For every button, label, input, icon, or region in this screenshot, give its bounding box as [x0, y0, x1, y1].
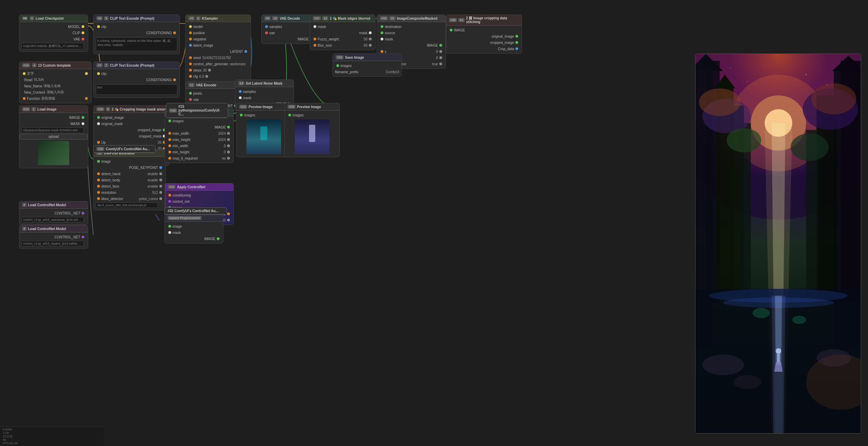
node-body: IMAGE MASK clipspace/clipspace-mask-3194… [19, 113, 88, 168]
output-conditioning-neg: CONDITIONING [94, 77, 179, 83]
node-title: Apply ControlNet [177, 185, 205, 189]
node-controlnet-2-header: 3 Load ControlNet Model [19, 225, 88, 233]
node-body: images IMAGE max_width 1024 max_height 1… [165, 116, 233, 163]
node-id-badge: 0 [30, 16, 34, 20]
preview-thumb-1 [246, 120, 281, 154]
node-comfyui-cn-1-header: #25 ComfyUI's ControlNet Au... [94, 145, 155, 153]
node-inpaint-header: Inpaint Preprocessor [165, 215, 223, 222]
node-body: image POSE_KEYPOINT detect_hand enable d… [94, 157, 166, 210]
svg-point-22 [791, 133, 829, 161]
node-title: Load Image [37, 107, 57, 111]
node-title: 13 Custom template [38, 64, 71, 67]
input-samples: samples [235, 88, 293, 95]
param-detect-face: detect_face enable [94, 183, 166, 189]
input-control-net: control_net [165, 198, 233, 205]
output-crop-data: Crop_data [446, 46, 522, 52]
svg-point-33 [776, 348, 781, 354]
param-steps: steps 30 [186, 67, 251, 73]
clip-positive-text[interactable]: A cyborg, cyberpunk, stands on the blue … [96, 37, 177, 51]
upload-button[interactable]: upload [19, 134, 88, 140]
node-set-latent-header: 14 Set Latent Noise Mask [235, 80, 293, 87]
node-title: Load Checkpoint [36, 17, 64, 20]
input-model: model [186, 23, 251, 30]
node-body: MODEL CLIP VAE majicMIX:realistic 麦橘写实_v… [19, 22, 88, 51]
controlnet-1-path: control_v11p_sd15_openpose_fp16.safetens… [21, 217, 84, 222]
node-crop-stitch-header: #35 21 2 🖼 Image cropping data stitching [446, 15, 522, 26]
param-min-height: min_height 0 [165, 149, 233, 155]
status-time: 0.009s [3, 428, 101, 431]
status-epoch: 1:00 [3, 431, 101, 435]
output-image-comp: IMAGE [377, 42, 446, 48]
node-title: VAE Decode [280, 17, 300, 20]
input-original-mask: original_mask [94, 121, 169, 127]
checkpoint-model-path: majicMIX:realistic 麦橘写实_v7.safetensors [21, 43, 84, 49]
node-clip-positive-header: #6 5 CLIP Text Encode (Prompt) [94, 15, 179, 22]
node-preview-1-header: #21 Preview Image [236, 103, 291, 111]
input-images-2: images [285, 112, 339, 118]
input-destination: destination [377, 23, 446, 30]
input-mask-latent: mask [235, 95, 293, 101]
node-body: CONTROL_NET control_v11p_sd15_openpose_f… [19, 209, 88, 225]
input-mask-ip: mask [165, 229, 223, 236]
node-clip-negative: #7 7 CLIP Text Encode (Prompt) clip COND… [93, 61, 180, 98]
svg-point-32 [734, 375, 761, 389]
input-mask: mask [310, 23, 375, 30]
preview-thumb-2 [295, 120, 329, 154]
input-image-cs: IMAGE [446, 27, 522, 33]
preview-svg [696, 54, 861, 434]
output-cropped: cropped_image [446, 39, 522, 46]
node-body: 文字 Read XLS内 New_Name 请输入名称 New_Content … [19, 69, 91, 103]
output-image: IMAGE [19, 114, 88, 121]
param-crop-required: crop_it_required no [165, 155, 233, 161]
svg-point-23 [699, 88, 740, 116]
node-inpaint-preprocessor: Inpaint Preprocessor image mask IMAGE [165, 214, 223, 244]
node-ksampler-header: #3 6 KSampler [186, 15, 251, 22]
param-detect-body: detect_body enable [94, 177, 166, 183]
node-custom-template-header: #16 4 13 Custom template [19, 62, 91, 69]
output-vae: VAE [19, 36, 88, 42]
node-body: samples vae IMAGE [262, 22, 316, 44]
output-mask: mask [310, 30, 375, 36]
param-cfg: cfg 6.0 [186, 73, 251, 79]
output-cropped-mask: cropped_mask [94, 133, 169, 139]
node-preview-2-header: #20 Preview Image [285, 103, 339, 111]
output-original: original_image [446, 33, 522, 39]
node-load-image-header: #10 1 Load Image [19, 106, 88, 113]
status-bar: 0.009s 1:00 23 [23] 96 FPS:60.24 [0, 426, 104, 446]
large-preview-image [695, 54, 861, 434]
node-comfyui-controlnet-1: #25 ComfyUI's ControlNet Au... [93, 145, 156, 153]
param-control-after: control_after_generate randomize [186, 61, 251, 67]
node-title: ImageCompositeMasked [397, 17, 437, 20]
input-clip: clip [94, 23, 179, 30]
node-save-header: #22 Save Image [333, 54, 401, 61]
node-mask-edges: #37 10 2 🎭 Mask edges blurred mask mask … [310, 15, 375, 50]
node-title: #15 pythongoossss/ComfyUI-C... [178, 105, 225, 116]
status-fps: FPS:60.24 [3, 442, 101, 445]
image-thumbnail [38, 141, 69, 165]
node-title: Load ControlNet Model [28, 203, 66, 207]
node-preview-image-1: #21 Preview Image images [236, 103, 291, 157]
node-title: 2 🎭 Cropping image mask areas [112, 107, 166, 111]
clip-negative-text[interactable]: text [96, 84, 177, 95]
node-title: ComfyUI's ControlNet Au... [106, 147, 150, 151]
input-positive: positive [186, 30, 251, 36]
svg-marker-35 [774, 362, 783, 372]
node-title: CLIP Text Encode (Prompt) [110, 64, 155, 67]
param-blur: Blur_size 50 [310, 42, 375, 48]
output-mask: MASK [19, 121, 88, 127]
input-image-ip: image [165, 223, 223, 229]
svg-point-40 [806, 74, 807, 75]
node-custom-template: #16 4 13 Custom template 文字 Read XLS内 Ne… [19, 61, 92, 103]
node-cropping-mask-header: #36 8 2 🎭 Cropping image mask areas [94, 106, 169, 113]
node-title: Preview Image [297, 105, 321, 109]
row-function: Function 获取模板 [19, 95, 91, 102]
node-controlnet-1-header: 2 Load ControlNet Model [19, 201, 88, 209]
node-title: CLIP Text Encode (Prompt) [110, 17, 155, 20]
node-title: #32 ComfyUI's ControlNet Au... [168, 209, 218, 213]
node-mask-edges-header: #37 10 2 🎭 Mask edges blurred [310, 15, 375, 22]
node-body: image mask IMAGE [165, 222, 223, 243]
node-title: 2 🖼 Image cropping data stitching [466, 16, 519, 24]
row-newcontent: New_Content 请输入内容 [19, 89, 91, 95]
output-model: MODEL [19, 23, 88, 30]
node-body: images filename_prefix ComfyUI [333, 61, 401, 76]
